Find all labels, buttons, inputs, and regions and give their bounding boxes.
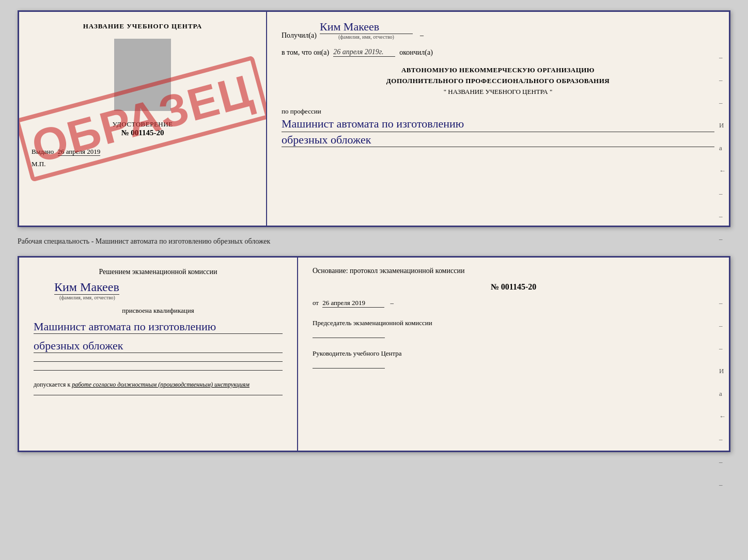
side-marks-top: – – – И а ← – – – xyxy=(719,53,726,243)
issued-line: Выдано 26 апреля 2019 xyxy=(32,148,254,156)
cert-title: НАЗВАНИЕ УЧЕБНОГО ЦЕНТРА xyxy=(83,22,202,30)
predsed-label: Председатель экзаменационной комиссии xyxy=(313,319,714,327)
допускается-label: допускается к xyxy=(34,381,70,388)
org-block: АВТОНОМНУЮ НЕКОММЕРЧЕСКУЮ ОРГАНИЗАЦИЮ ДО… xyxy=(282,65,714,97)
protocol-date: от 26 апреля 2019 – xyxy=(313,299,714,308)
issued-label: Выдано xyxy=(32,148,54,155)
org-line2: ДОПОЛНИТЕЛЬНОГО ПРОФЕССИОНАЛЬНОГО ОБРАЗО… xyxy=(282,76,714,87)
protocol-number: № 001145-20 xyxy=(313,282,714,292)
assigned-label: присвоена квалификация xyxy=(34,307,283,315)
fio-sub-top: (фамилия, имя, отчество) xyxy=(338,34,394,40)
udost-title: УДОСТОВЕРЕНИЕ xyxy=(112,120,173,129)
predsed-sig-line xyxy=(313,338,385,338)
bottom-doc-right: Основание: протокол экзаменационной коми… xyxy=(298,258,729,451)
profession-block: по профессии Машинист автомата по изгото… xyxy=(282,106,714,147)
bottom-doc-left: Решением экзаменационной комиссии Ким Ма… xyxy=(19,258,298,451)
decision-label: Решением экзаменационной комиссии xyxy=(34,268,283,276)
issued-date: 26 апреля 2019 xyxy=(58,148,101,156)
received-label: Получил(а) xyxy=(282,31,317,40)
photo-placeholder xyxy=(114,39,171,111)
допускается-value: работе согласно должностным (производств… xyxy=(72,381,250,388)
profession-value1: Машинист автомата по изготовлению xyxy=(282,117,714,132)
vtom-label: в том, что он(а) xyxy=(282,49,329,57)
bottom-document: Решением экзаменационной комиссии Ким Ма… xyxy=(18,256,730,452)
vtom-line: в том, что он(а) 26 апреля 2019г. окончи… xyxy=(282,48,714,57)
rukovod-block: Руководитель учебного Центра xyxy=(313,349,714,369)
okonchil-label: окончил(а) xyxy=(399,49,433,57)
received-line: Получил(а) Ким Макеев (фамилия, имя, отч… xyxy=(282,21,714,40)
side-marks-bottom: – – – И а ← – – – xyxy=(719,299,726,489)
vtom-date: 26 апреля 2019г. xyxy=(333,48,395,57)
blank-line3 xyxy=(34,395,283,395)
org-line3: " НАЗВАНИЕ УЧЕБНОГО ЦЕНТРА " xyxy=(282,87,714,98)
middle-label: Рабочая специальность - Машинист автомат… xyxy=(18,235,730,248)
qualification-value2: обрезных обложек xyxy=(34,339,283,353)
received-name: Ким Макеев xyxy=(320,21,413,34)
rukovod-label: Руководитель учебного Центра xyxy=(313,349,714,358)
protocol-date-value: 26 апреля 2019 xyxy=(322,299,384,308)
qualification-value1: Машинист автомата по изготовлению xyxy=(34,320,283,334)
top-doc-left: НАЗВАНИЕ УЧЕБНОГО ЦЕНТРА УДОСТОВЕРЕНИЕ №… xyxy=(19,12,267,226)
top-doc-right: Получил(а) Ким Макеев (фамилия, имя, отч… xyxy=(267,12,729,226)
допускается-block: допускается к работе согласно должностны… xyxy=(34,381,283,389)
udost-block: УДОСТОВЕРЕНИЕ № 001145-20 xyxy=(112,120,173,137)
protocol-date-prefix: от xyxy=(313,299,319,307)
fio-sub-bottom: (фамилия, имя, отчество) xyxy=(59,295,115,300)
predsed-block: Председатель экзаменационной комиссии xyxy=(313,319,714,338)
rukovod-sig-line xyxy=(313,368,385,369)
blank-line2 xyxy=(34,370,283,371)
udost-number: № 001145-20 xyxy=(112,129,173,137)
mp-label: М.П. xyxy=(32,160,254,168)
top-document: НАЗВАНИЕ УЧЕБНОГО ЦЕНТРА УДОСТОВЕРЕНИЕ №… xyxy=(18,10,730,227)
profession-value2: обрезных обложек xyxy=(282,133,714,147)
person-name-bottom: Ким Макеев xyxy=(54,280,119,295)
profession-label: по профессии xyxy=(282,107,321,115)
org-line1: АВТОНОМНУЮ НЕКОММЕРЧЕСКУЮ ОРГАНИЗАЦИЮ xyxy=(282,65,714,76)
osnov-label: Основание: протокол экзаменационной коми… xyxy=(313,267,714,275)
blank-line1 xyxy=(34,361,283,362)
